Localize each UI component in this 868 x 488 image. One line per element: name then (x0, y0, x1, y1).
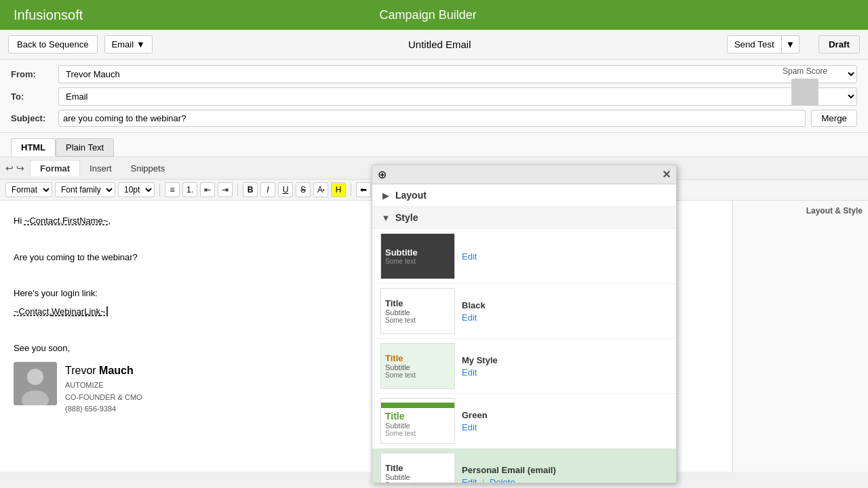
spam-score-indicator (791, 79, 818, 106)
redo-button[interactable]: ↪ (16, 163, 24, 174)
top-nav-bar: Infusionsoft Campaign Builder (0, 0, 868, 30)
separator-2 (237, 184, 238, 196)
style-name-black: Black (462, 300, 486, 310)
draft-button[interactable]: Draft (818, 35, 860, 54)
text-color-button[interactable]: A (313, 182, 328, 197)
spam-score-label: Spam Score (783, 66, 827, 76)
style-item-mystyle: Title Subtitle Some text My Style Edit (372, 339, 676, 394)
strikethrough-button[interactable]: S (296, 182, 311, 197)
to-select[interactable]: Email (58, 87, 857, 106)
preview-title-personal: Title (385, 463, 450, 472)
style-item-dark: Subtitle Some text Edit (372, 229, 676, 284)
merge-button[interactable]: Merge (811, 110, 857, 127)
edit-green-link[interactable]: Edit (462, 422, 477, 432)
preview-subtitle-dark: Subtitle (385, 247, 450, 258)
subject-row: Subject: Merge (11, 110, 857, 127)
style-preview-personal: Title Subtitle Some text (380, 453, 455, 472)
html-tab[interactable]: HTML (11, 138, 56, 157)
indent-increase-button[interactable]: ⇥ (218, 182, 233, 197)
edit-dark-link[interactable]: Edit (462, 251, 477, 262)
preview-text-dark: Some text (385, 258, 450, 265)
undo-button[interactable]: ↩ (5, 163, 14, 174)
style-preview-mystyle: Title Subtitle Some text (380, 343, 455, 389)
sig-role: CO-FOUNDER & CMO (65, 392, 142, 404)
svg-point-1 (27, 369, 43, 385)
preview-text-black: Some text (385, 317, 450, 324)
sig-name: Trevor Mauch (65, 362, 142, 380)
send-test-button[interactable]: Send Test (727, 35, 782, 54)
style-item-black: Title Subtitle Some text Black Edit (372, 284, 676, 339)
align-left-button[interactable]: ⬅ (356, 182, 371, 197)
separator-3 (351, 184, 351, 196)
style-info-green: Green Edit (462, 410, 488, 432)
style-preview-black: Title Subtitle Some text (380, 288, 455, 334)
dialog-body: ▶ Layout ▼ Style Subtitle Some text Edit… (372, 184, 676, 472)
from-select[interactable]: Trevor Mauch (58, 65, 857, 83)
list-ordered-button[interactable]: 1. (182, 182, 197, 197)
spam-score-section: Spam Score (783, 66, 827, 106)
subject-input[interactable] (58, 110, 806, 127)
layout-arrow-icon: ▶ (380, 190, 391, 201)
sig-phone: (888) 656-9384 (65, 403, 142, 415)
right-panel-title: Layout & Style (738, 206, 863, 218)
layout-section-label: Layout (395, 190, 427, 201)
email-title: Untitled Email (159, 39, 720, 50)
bold-button[interactable]: B (243, 182, 258, 197)
green-header-bar (381, 403, 454, 408)
preview-title-black: Title (385, 298, 450, 308)
undo-redo-group: ↩ ↪ (5, 163, 24, 174)
highlight-button[interactable]: H (331, 182, 346, 197)
drag-handle-icon: ⊕ (378, 168, 387, 181)
dialog-drag-handle[interactable]: ⊕ ✕ (372, 165, 676, 184)
plain-text-tab[interactable]: Plain Text (56, 138, 114, 157)
preview-subtitle-green: Subtitle (385, 422, 450, 430)
layout-section-header[interactable]: ▶ Layout (372, 184, 676, 207)
avatar (14, 362, 57, 405)
style-item-personal: Title Subtitle Some text Personal Email … (372, 449, 676, 472)
edit-black-link[interactable]: Edit (462, 312, 477, 323)
list-unordered-button[interactable]: ≡ (165, 182, 180, 197)
logo-text: Infusionsoft (14, 7, 83, 22)
indent-decrease-button[interactable]: ⇤ (200, 182, 215, 197)
style-section-label: Style (395, 212, 418, 223)
sig-last-name: Mauch (99, 365, 134, 376)
italic-button[interactable]: I (260, 182, 275, 197)
to-row: To: Email (11, 87, 857, 106)
underline-button[interactable]: U (278, 182, 293, 197)
sig-first-name: Trevor (65, 365, 96, 376)
style-info-dark: Edit (462, 251, 477, 262)
format-tab[interactable]: Format (30, 160, 80, 176)
style-arrow-icon: ▼ (380, 212, 391, 223)
font-family-select[interactable]: Font family (55, 182, 115, 197)
email-dropdown[interactable]: Email ▼ (104, 35, 153, 54)
edit-mystyle-link[interactable]: Edit (462, 367, 477, 378)
dialog-close-button[interactable]: ✕ (662, 168, 671, 181)
back-to-sequence-button[interactable]: Back to Sequence (8, 35, 98, 54)
email-form: From: Trevor Mauch To: Email Subject: Me… (0, 60, 868, 133)
snippets-tab[interactable]: Snippets (121, 161, 175, 176)
preview-title-green: Title (385, 411, 450, 422)
style-preview-green: Title Subtitle Some text (380, 398, 455, 444)
signature-info: Trevor Mauch AUTOMIZE CO-FOUNDER & CMO (… (65, 362, 142, 415)
style-info-black: Black Edit (462, 300, 486, 323)
from-row: From: Trevor Mauch (11, 65, 857, 83)
preview-subtitle-black: Subtitle (385, 308, 450, 317)
font-size-select[interactable]: 10pt (118, 182, 155, 197)
email-dropdown-label: Email (112, 39, 134, 49)
preview-subtitle-mystyle: Subtitle (385, 363, 450, 371)
style-section-header[interactable]: ▼ Style (372, 207, 676, 229)
insert-tab[interactable]: Insert (80, 161, 121, 176)
preview-title-mystyle: Title (385, 353, 450, 363)
sig-company: AUTOMIZE (65, 380, 142, 392)
send-test-arrow[interactable]: ▼ (782, 35, 800, 54)
style-name-personal: Personal Email (email) (462, 465, 556, 472)
email-tab-bar: HTML Plain Text (0, 133, 868, 157)
style-info-personal: Personal Email (email) Edit | Delete (462, 465, 556, 472)
format-select[interactable]: Format (5, 182, 52, 197)
style-name-green: Green (462, 410, 488, 420)
second-toolbar: Back to Sequence Email ▼ Untitled Email … (0, 30, 868, 60)
style-name-mystyle: My Style (462, 355, 498, 365)
chevron-down-icon: ▼ (136, 39, 145, 49)
layout-style-dialog: ⊕ ✕ ▶ Layout ▼ Style Subtitle Some text … (372, 165, 677, 472)
app-title: Campaign Builder (380, 8, 477, 22)
